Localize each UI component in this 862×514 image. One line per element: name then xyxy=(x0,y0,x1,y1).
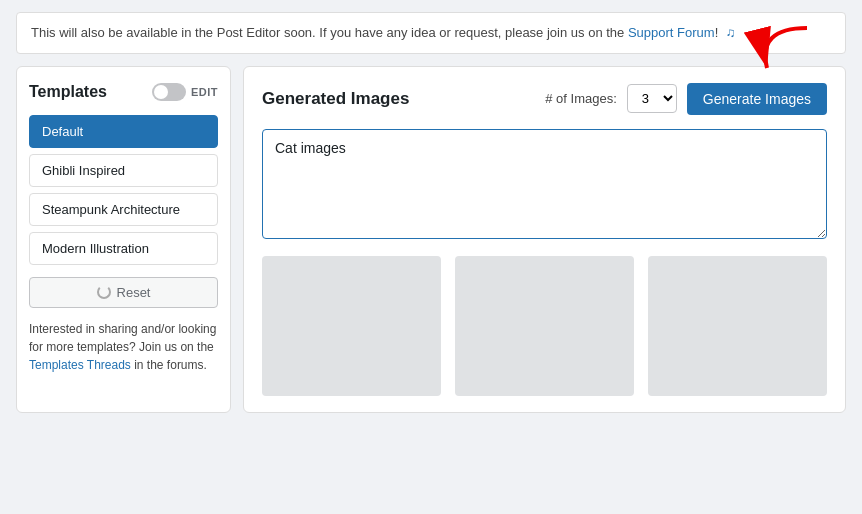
toggle-thumb xyxy=(154,85,168,99)
template-item-default[interactable]: Default xyxy=(29,115,218,148)
template-item-modern[interactable]: Modern Illustration xyxy=(29,232,218,265)
template-item-ghibli[interactable]: Ghibli Inspired xyxy=(29,154,218,187)
footer-text: Interested in sharing and/or looking for… xyxy=(29,322,216,354)
music-icon: ♫ xyxy=(726,25,736,40)
reset-spinner-icon xyxy=(97,285,111,299)
image-placeholder-1 xyxy=(262,256,441,396)
images-grid xyxy=(262,256,827,396)
num-images-select[interactable]: 1 2 3 4 5 xyxy=(627,84,677,113)
panel-title: Generated Images xyxy=(262,89,409,109)
sidebar-title: Templates xyxy=(29,83,107,101)
sidebar-footer: Interested in sharing and/or looking for… xyxy=(29,320,218,374)
arrow-container: Generate Images xyxy=(687,83,827,115)
toggle-track[interactable] xyxy=(152,83,186,101)
template-list: Default Ghibli Inspired Steampunk Archit… xyxy=(29,115,218,265)
top-bar-text: This will also be available in the Post … xyxy=(31,25,628,40)
image-placeholder-2 xyxy=(455,256,634,396)
images-count-label: # of Images: xyxy=(545,91,617,106)
footer-suffix: in the forums. xyxy=(131,358,207,372)
template-item-steampunk[interactable]: Steampunk Architecture xyxy=(29,193,218,226)
reset-button[interactable]: Reset xyxy=(29,277,218,308)
prompt-textarea[interactable] xyxy=(262,129,827,239)
edit-toggle[interactable]: EDIT xyxy=(152,83,218,101)
generate-images-button[interactable]: Generate Images xyxy=(687,83,827,115)
top-bar: This will also be available in the Post … xyxy=(16,12,846,54)
templates-threads-link[interactable]: Templates Threads xyxy=(29,358,131,372)
toggle-label: EDIT xyxy=(191,86,218,98)
support-forum-link[interactable]: Support Forum xyxy=(628,25,715,40)
main-panel: Generated Images # of Images: 1 2 3 4 5 xyxy=(243,66,846,413)
panel-header: Generated Images # of Images: 1 2 3 4 5 xyxy=(262,83,827,115)
reset-label: Reset xyxy=(117,285,151,300)
sidebar: Templates EDIT Default Ghibli Inspired S… xyxy=(16,66,231,413)
panel-controls: # of Images: 1 2 3 4 5 xyxy=(545,83,827,115)
image-placeholder-3 xyxy=(648,256,827,396)
